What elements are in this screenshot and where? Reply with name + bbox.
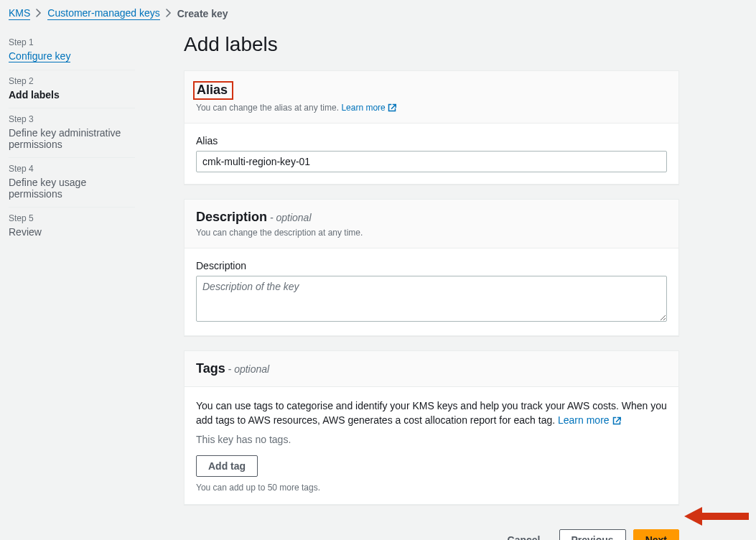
step-title: Define key usage permissions	[9, 177, 135, 200]
step-title: Review	[9, 226, 135, 238]
sidebar-step-3: Step 3 Define key administrative permiss…	[9, 108, 135, 158]
sidebar-step-4: Step 4 Define key usage permissions	[9, 158, 135, 208]
alias-subtext-text: You can change the alias at any time.	[196, 103, 339, 113]
tags-panel: Tags - optional You can use tags to cate…	[184, 350, 679, 505]
alias-learn-more-link[interactable]: Learn more	[341, 103, 396, 113]
description-panel: Description - optional You can change th…	[184, 199, 679, 336]
add-tag-button[interactable]: Add tag	[196, 455, 258, 477]
description-heading: Description	[196, 210, 267, 224]
description-textarea[interactable]	[196, 276, 667, 322]
alias-heading: Alias	[197, 83, 228, 97]
page-title: Add labels	[184, 33, 756, 56]
step-title: Add labels	[9, 89, 135, 101]
alias-panel-body: Alias	[185, 124, 678, 184]
optional-label: - optional	[228, 363, 270, 375]
alias-input[interactable]	[196, 151, 667, 172]
main-content: Add labels Alias You can change the alia…	[144, 26, 756, 540]
external-link-icon	[612, 414, 621, 426]
sidebar-step-5: Step 5 Review	[9, 208, 135, 245]
breadcrumb-root[interactable]: KMS	[9, 7, 30, 20]
cancel-button[interactable]: Cancel	[496, 529, 552, 540]
step-title: Define key administrative permissions	[9, 127, 135, 150]
breadcrumb-mid[interactable]: Customer-managed keys	[47, 7, 159, 20]
sidebar-step-2: Step 2 Add labels	[9, 70, 135, 108]
external-link-icon	[388, 103, 396, 113]
description-panel-header: Description - optional You can change th…	[185, 200, 678, 248]
description-panel-body: Description	[185, 248, 678, 335]
footer-actions: Cancel Previous Next	[184, 519, 679, 540]
step-title[interactable]: Configure key	[9, 50, 70, 62]
step-label: Step 3	[9, 114, 135, 124]
tags-panel-body: You can use tags to categorise and ident…	[185, 387, 678, 504]
step-label: Step 5	[9, 213, 135, 223]
step-label: Step 1	[9, 37, 135, 47]
alias-subtext: You can change the alias at any time. Le…	[196, 103, 667, 113]
step-label: Step 4	[9, 164, 135, 174]
annotation-arrow-icon	[684, 506, 749, 529]
step-label: Step 2	[9, 76, 135, 86]
tags-hint: You can add up to 50 more tags.	[196, 483, 667, 493]
alias-field-label: Alias	[196, 135, 667, 146]
tags-heading: Tags	[196, 361, 225, 376]
next-button[interactable]: Next	[633, 529, 679, 540]
description-field-label: Description	[196, 260, 667, 271]
chevron-right-icon	[166, 8, 172, 19]
description-subtext: You can change the description at any ti…	[196, 228, 667, 238]
wizard-sidebar: Step 1 Configure key Step 2 Add labels S…	[0, 26, 144, 245]
breadcrumb-current: Create key	[177, 8, 228, 19]
highlight-box: Alias	[193, 81, 233, 100]
previous-button[interactable]: Previous	[559, 529, 626, 540]
tags-learn-more-link[interactable]: Learn more	[558, 414, 620, 426]
tags-empty-text: This key has no tags.	[196, 434, 667, 445]
breadcrumb: KMS Customer-managed keys Create key	[0, 0, 756, 26]
tags-description: You can use tags to categorise and ident…	[196, 399, 667, 428]
sidebar-step-1[interactable]: Step 1 Configure key	[9, 32, 135, 70]
chevron-right-icon	[36, 8, 42, 19]
tags-panel-header: Tags - optional	[185, 351, 678, 387]
alias-panel-header: Alias You can change the alias at any ti…	[185, 71, 678, 124]
alias-panel: Alias You can change the alias at any ti…	[184, 70, 679, 185]
optional-label: - optional	[270, 212, 312, 223]
